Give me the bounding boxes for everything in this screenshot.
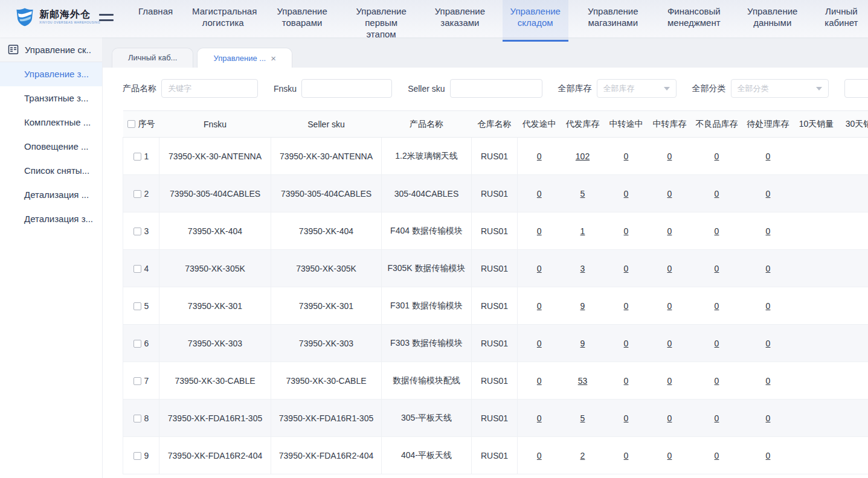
product-name-input[interactable] bbox=[161, 79, 258, 98]
sidebar-item-kits[interactable]: Комплектные ... bbox=[0, 110, 102, 135]
nav-item-store-management[interactable]: Управление магазинами bbox=[577, 0, 649, 42]
dropship-transit-link[interactable]: 0 bbox=[537, 413, 542, 423]
sidebar-item-stock-management[interactable]: Управление з... bbox=[0, 62, 102, 86]
transfer-stock-link[interactable]: 0 bbox=[667, 189, 672, 199]
col-seller-sku: Seller sku bbox=[271, 111, 382, 138]
defective-stock-link[interactable]: 0 bbox=[715, 189, 719, 199]
defective-stock-link[interactable]: 0 bbox=[715, 151, 719, 161]
row-checkbox[interactable] bbox=[133, 452, 141, 460]
collapse-menu-icon[interactable] bbox=[99, 14, 114, 25]
transfer-transit-link[interactable]: 0 bbox=[624, 264, 629, 273]
sidebar-item-removed-list[interactable]: Список сняты... bbox=[0, 159, 102, 183]
transfer-transit-link[interactable]: 0 bbox=[624, 376, 629, 386]
dropship-stock-link[interactable]: 5 bbox=[580, 189, 585, 199]
row-checkbox[interactable] bbox=[133, 228, 141, 235]
transfer-transit-link[interactable]: 0 bbox=[624, 151, 629, 161]
defective-stock-link[interactable]: 0 bbox=[715, 451, 719, 460]
defective-stock-link[interactable]: 0 bbox=[715, 413, 719, 423]
pending-stock-link[interactable]: 0 bbox=[766, 339, 771, 348]
nav-item-home[interactable]: Главная bbox=[133, 0, 178, 42]
pending-stock-link[interactable]: 0 bbox=[766, 264, 771, 273]
transfer-transit-link[interactable]: 0 bbox=[624, 413, 629, 423]
transfer-stock-link[interactable]: 0 bbox=[667, 376, 672, 386]
defective-stock-link[interactable]: 0 bbox=[715, 264, 719, 273]
transfer-transit-link[interactable]: 0 bbox=[624, 339, 629, 348]
dropship-transit-link[interactable]: 0 bbox=[537, 264, 542, 273]
nav-item-goods-management[interactable]: Управление товарами bbox=[268, 0, 336, 42]
fnsku-label: Fnsku bbox=[274, 84, 297, 94]
sidebar-item-alerts[interactable]: Оповещение ... bbox=[0, 135, 102, 159]
nav-item-order-management[interactable]: Управление заказами bbox=[426, 0, 494, 42]
dropship-stock-link[interactable]: 3 bbox=[580, 264, 585, 273]
top-header: 新邮海外仓 XINYOU OVERSEAS WAREHOUSING Главна… bbox=[0, 0, 868, 37]
tab-close-icon[interactable]: × bbox=[271, 54, 276, 63]
pending-stock-link[interactable]: 0 bbox=[766, 226, 771, 236]
dropship-transit-link[interactable]: 0 bbox=[537, 151, 542, 161]
table-row: 6 73950-XK-303 73950-XK-303 F303 数据传输模块 … bbox=[123, 325, 868, 362]
sidebar-group-header[interactable]: Управление ск.. bbox=[0, 37, 102, 62]
dropship-transit-link[interactable]: 0 bbox=[537, 339, 542, 348]
nav-item-trunk-logistics[interactable]: Магистральная логистика bbox=[187, 0, 259, 42]
pending-stock-link[interactable]: 0 bbox=[766, 376, 771, 386]
dropship-stock-link[interactable]: 102 bbox=[576, 151, 590, 161]
pending-stock-link[interactable]: 0 bbox=[766, 189, 771, 199]
pending-stock-link[interactable]: 0 bbox=[766, 151, 771, 161]
sidebar-item-detail-1[interactable]: Детализация ... bbox=[0, 183, 102, 207]
dropship-stock-link[interactable]: 9 bbox=[580, 301, 585, 311]
sidebar-item-detail-2[interactable]: Детализация з... bbox=[0, 207, 102, 231]
category-filter-select[interactable]: 全部分类 bbox=[731, 79, 829, 98]
row-checkbox[interactable] bbox=[133, 302, 141, 310]
row-checkbox[interactable] bbox=[133, 340, 141, 348]
defective-stock-link[interactable]: 0 bbox=[715, 339, 719, 348]
transfer-stock-link[interactable]: 0 bbox=[667, 413, 672, 423]
nav-item-finance-management[interactable]: Финансовый менеджмент bbox=[658, 0, 730, 42]
dropship-transit-link[interactable]: 0 bbox=[537, 451, 542, 460]
sidebar-item-transit[interactable]: Транзитные з... bbox=[0, 86, 102, 110]
stock-filter-select[interactable]: 全部库存 bbox=[597, 79, 677, 98]
dropship-transit-link[interactable]: 0 bbox=[537, 376, 542, 386]
nav-item-data-management[interactable]: Управление данными bbox=[739, 0, 806, 42]
defective-stock-link[interactable]: 0 bbox=[715, 226, 719, 236]
transfer-stock-link[interactable]: 0 bbox=[667, 226, 672, 236]
brand: 新邮海外仓 XINYOU OVERSEAS WAREHOUSING bbox=[0, 0, 91, 27]
row-checkbox[interactable] bbox=[133, 153, 141, 161]
nav-item-personal-cabinet[interactable]: Личный кабинет bbox=[815, 0, 868, 42]
seller-sku-input[interactable] bbox=[450, 79, 542, 98]
nav-item-warehouse-management[interactable]: Управление складом bbox=[503, 0, 568, 42]
defective-stock-link[interactable]: 0 bbox=[715, 376, 719, 386]
row-index: 6 bbox=[144, 339, 149, 348]
defective-stock-link[interactable]: 0 bbox=[715, 301, 719, 311]
pending-stock-link[interactable]: 0 bbox=[766, 413, 771, 423]
dropship-stock-link[interactable]: 5 bbox=[580, 413, 585, 423]
product-name-label: 产品名称 bbox=[123, 83, 156, 94]
row-checkbox[interactable] bbox=[133, 265, 141, 273]
dropship-stock-link[interactable]: 2 bbox=[580, 451, 585, 460]
nav-item-first-stage[interactable]: Управление первым этапом bbox=[345, 0, 417, 42]
transfer-transit-link[interactable]: 0 bbox=[624, 189, 629, 199]
select-all-checkbox[interactable] bbox=[127, 120, 135, 128]
dropship-transit-link[interactable]: 0 bbox=[537, 301, 542, 311]
pending-stock-link[interactable]: 0 bbox=[766, 301, 771, 311]
extra-filter-input[interactable] bbox=[844, 79, 868, 98]
dropship-transit-link[interactable]: 0 bbox=[537, 189, 542, 199]
pending-stock-link[interactable]: 0 bbox=[766, 451, 771, 460]
fnsku-input[interactable] bbox=[301, 79, 392, 98]
transfer-stock-link[interactable]: 0 bbox=[667, 264, 672, 273]
transfer-stock-link[interactable]: 0 bbox=[667, 339, 672, 348]
transfer-transit-link[interactable]: 0 bbox=[624, 226, 629, 236]
transfer-stock-link[interactable]: 0 bbox=[667, 151, 672, 161]
transfer-transit-link[interactable]: 0 bbox=[624, 301, 629, 311]
fnsku-cell: 73950-XK-404 bbox=[159, 212, 271, 250]
dropship-stock-link[interactable]: 53 bbox=[578, 376, 588, 386]
dropship-stock-link[interactable]: 9 bbox=[580, 339, 585, 348]
tab-warehouse-management[interactable]: Управление ... × bbox=[197, 48, 292, 68]
transfer-stock-link[interactable]: 0 bbox=[667, 301, 672, 311]
row-checkbox[interactable] bbox=[133, 377, 141, 385]
dropship-stock-link[interactable]: 1 bbox=[580, 226, 585, 236]
row-checkbox[interactable] bbox=[133, 190, 141, 198]
transfer-transit-link[interactable]: 0 bbox=[624, 451, 629, 460]
transfer-stock-link[interactable]: 0 bbox=[667, 451, 672, 460]
dropship-transit-link[interactable]: 0 bbox=[537, 226, 542, 236]
tab-personal-cabinet[interactable]: Личный каб... bbox=[112, 48, 193, 68]
row-checkbox[interactable] bbox=[133, 415, 141, 422]
